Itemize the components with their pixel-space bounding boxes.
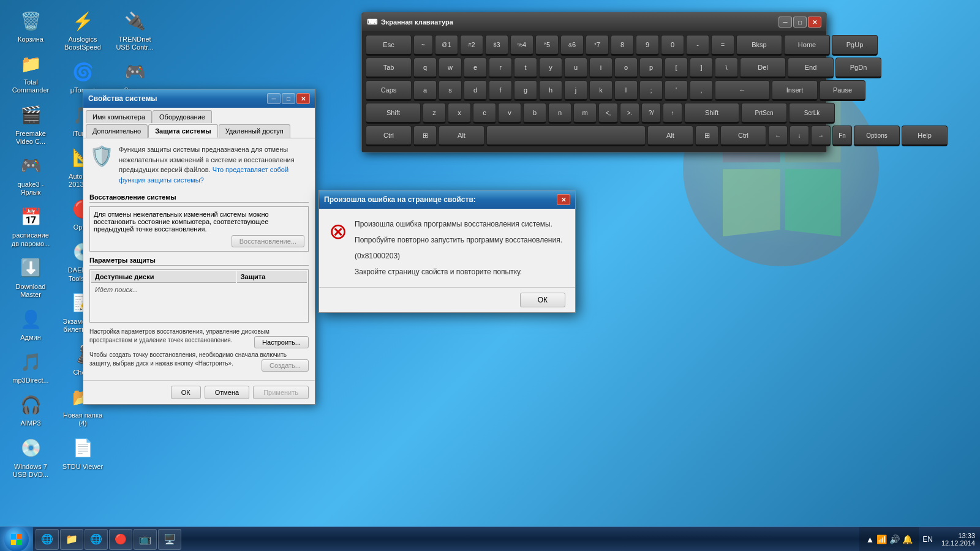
error-titlebar[interactable]: Произошла ошибка на странице свойств: ✕ bbox=[319, 190, 575, 209]
taskbar-btn-opera[interactable]: 🔴 bbox=[109, 529, 132, 550]
key-w[interactable]: w bbox=[439, 58, 462, 78]
key-shift-left[interactable]: Shift bbox=[366, 103, 421, 124]
tray-network-icon[interactable]: 📶 bbox=[876, 534, 887, 544]
key-esc[interactable]: Esc bbox=[366, 35, 412, 56]
sys-props-minimize-button[interactable]: ─ bbox=[267, 93, 281, 104]
key-x[interactable]: x bbox=[448, 103, 471, 124]
key-insert[interactable]: Insert bbox=[772, 80, 818, 101]
key-0[interactable]: 0 bbox=[661, 35, 684, 56]
settings-button[interactable]: Настроить... bbox=[254, 336, 309, 348]
key-h[interactable]: h bbox=[539, 80, 562, 101]
osk-close-button[interactable]: ✕ bbox=[808, 17, 821, 28]
key-s[interactable]: s bbox=[439, 80, 462, 101]
key-y[interactable]: y bbox=[539, 58, 562, 78]
key-j[interactable]: j bbox=[564, 80, 587, 101]
sys-props-titlebar[interactable]: Свойства системы ─ □ ✕ bbox=[83, 89, 315, 108]
icon-auslogics[interactable]: ⚡ AuslogicsBoostSpeed bbox=[58, 6, 107, 54]
key-equal[interactable]: = bbox=[711, 35, 734, 56]
key-win-right[interactable]: ⊞ bbox=[695, 126, 718, 146]
key-del[interactable]: Del bbox=[740, 58, 786, 78]
key-i[interactable]: i bbox=[589, 58, 612, 78]
key-caps[interactable]: Caps bbox=[366, 80, 412, 101]
key-end[interactable]: End bbox=[788, 58, 834, 78]
key-4[interactable]: %4 bbox=[510, 35, 533, 56]
key-lbracket[interactable]: [ bbox=[665, 58, 688, 78]
sys-apply-button[interactable]: Применить bbox=[253, 386, 309, 399]
key-tab[interactable]: Tab bbox=[366, 58, 412, 78]
key-uparrow[interactable]: ↑ bbox=[663, 103, 682, 124]
key-c[interactable]: c bbox=[473, 103, 496, 124]
tab-advanced[interactable]: Дополнительно bbox=[86, 124, 148, 138]
key-6[interactable]: &6 bbox=[560, 35, 584, 56]
key-r[interactable]: r bbox=[489, 58, 512, 78]
key-8[interactable]: 8 bbox=[611, 35, 634, 56]
key-shift-right[interactable]: Shift bbox=[684, 103, 739, 124]
key-rightarrow[interactable]: → bbox=[811, 126, 831, 146]
icon-admin[interactable]: 👤 Админ bbox=[6, 304, 55, 344]
icon-win7usb[interactable]: 💿 Windows 7USB DVD... bbox=[6, 433, 55, 481]
key-p[interactable]: p bbox=[639, 58, 663, 78]
key-e[interactable]: e bbox=[464, 58, 487, 78]
taskbar-lang[interactable]: EN bbox=[919, 535, 937, 544]
osk-titlebar[interactable]: ⌨ Экранная клавиатура ─ □ ✕ bbox=[362, 13, 826, 31]
icon-freemake[interactable]: 🎬 Freemake Video C... bbox=[6, 100, 55, 148]
key-ctrl-left[interactable]: Ctrl bbox=[366, 126, 412, 146]
key-comma[interactable]: <, bbox=[598, 103, 618, 124]
key-u[interactable]: u bbox=[564, 58, 587, 78]
icon-quake3[interactable]: 🎮 quake3 -Ярлык bbox=[6, 151, 55, 199]
sys-cancel-button[interactable]: Отмена bbox=[205, 386, 249, 399]
key-7[interactable]: *7 bbox=[586, 35, 609, 56]
error-ok-button[interactable]: ОК bbox=[520, 293, 565, 307]
key-slash[interactable]: ?/ bbox=[641, 103, 661, 124]
key-l[interactable]: l bbox=[614, 80, 638, 101]
key-b[interactable]: b bbox=[523, 103, 546, 124]
icon-stdu[interactable]: 📄 STDU Viewer bbox=[58, 433, 107, 473]
key-z[interactable]: z bbox=[423, 103, 446, 124]
key-n[interactable]: n bbox=[548, 103, 571, 124]
key-pause[interactable]: Pause bbox=[820, 80, 865, 101]
icon-mp3direct[interactable]: 🎵 mp3Direct... bbox=[6, 347, 55, 387]
tray-arrow[interactable]: ▲ bbox=[865, 534, 874, 544]
key-1[interactable]: @1 bbox=[435, 35, 458, 56]
key-quote[interactable]: ' bbox=[665, 80, 688, 101]
restore-button[interactable]: Восстановление... bbox=[232, 235, 304, 247]
key-2[interactable]: #2 bbox=[460, 35, 483, 56]
key-home[interactable]: Home bbox=[784, 35, 830, 56]
key-ctrl-right[interactable]: Ctrl bbox=[720, 126, 766, 146]
taskbar-btn-ie[interactable]: 🌐 bbox=[36, 529, 59, 550]
key-pgup[interactable]: PgUp bbox=[832, 35, 878, 56]
taskbar-btn-explorer[interactable]: 📁 bbox=[60, 529, 83, 550]
osk-maximize-button[interactable]: □ bbox=[793, 17, 807, 28]
tab-hardware[interactable]: Оборудование bbox=[153, 110, 212, 123]
key-a[interactable]: a bbox=[413, 80, 437, 101]
key-leftarrow[interactable]: ← bbox=[768, 126, 788, 146]
key-semicolon[interactable]: ; bbox=[639, 80, 663, 101]
key-alt-left[interactable]: Alt bbox=[439, 126, 484, 146]
key-win-left[interactable]: ⊞ bbox=[413, 126, 437, 146]
tray-volume-icon[interactable]: 🔊 bbox=[889, 534, 900, 544]
key-comma2[interactable]: , bbox=[690, 80, 713, 101]
sys-ok-button[interactable]: ОК bbox=[171, 386, 201, 399]
key-alt-right[interactable]: Alt bbox=[647, 126, 693, 146]
taskbar-btn-misc[interactable]: 🖥️ bbox=[158, 529, 181, 550]
tab-system-protection[interactable]: Защита системы bbox=[148, 124, 218, 138]
icon-trendnet[interactable]: 🔌 TRENDnetUSB Contr... bbox=[110, 6, 159, 54]
key-5[interactable]: ^5 bbox=[535, 35, 559, 56]
key-q[interactable]: q bbox=[413, 58, 437, 78]
key-prtscn[interactable]: PrtScn bbox=[741, 103, 787, 124]
key-backslash[interactable]: \ bbox=[715, 58, 738, 78]
key-o[interactable]: o bbox=[614, 58, 638, 78]
key-scrlk[interactable]: ScrLk bbox=[789, 103, 835, 124]
tray-notifications-icon[interactable]: 🔔 bbox=[902, 534, 913, 544]
sys-props-maximize-button[interactable]: □ bbox=[282, 93, 295, 104]
key-g[interactable]: g bbox=[514, 80, 537, 101]
error-close-button[interactable]: ✕ bbox=[557, 194, 570, 205]
start-button[interactable] bbox=[0, 527, 33, 552]
key-bksp[interactable]: Bksp bbox=[736, 35, 782, 56]
key-pgdn[interactable]: PgDn bbox=[835, 58, 881, 78]
key-v[interactable]: v bbox=[498, 103, 521, 124]
icon-download[interactable]: ⬇️ DownloadMaster bbox=[6, 253, 55, 301]
icon-schedule[interactable]: 📅 расписаниедв паромо... bbox=[6, 202, 55, 250]
key-tilde[interactable]: ~ bbox=[413, 35, 433, 56]
key-f[interactable]: f bbox=[489, 80, 512, 101]
